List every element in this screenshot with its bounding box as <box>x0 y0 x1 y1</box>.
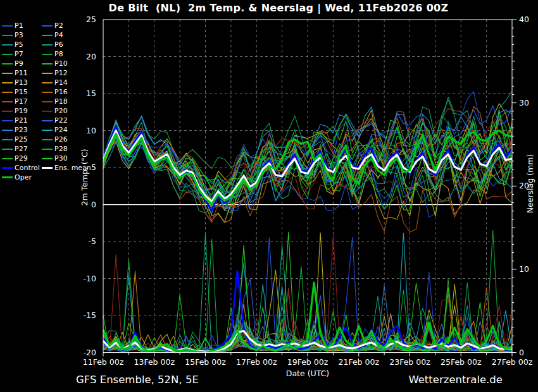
y-right-tick: 0 <box>519 348 524 357</box>
meteogram-page: De Bilt (NL) 2m Temp. & Neerslag | Wed, … <box>0 0 538 392</box>
y-left-tick: 25 <box>68 15 96 24</box>
y-right-tick: 20 <box>519 181 529 190</box>
x-axis-title: Date (UTC) <box>257 369 358 378</box>
y-left-tick: -10 <box>68 274 96 283</box>
y-left-tick: 5 <box>68 163 96 172</box>
y-right-tick: 30 <box>519 99 529 107</box>
y-right-tick: 10 <box>519 265 529 274</box>
x-tick: 25Feb 00z <box>435 358 486 367</box>
y-left-tick: 10 <box>68 126 96 135</box>
x-tick: 15Feb 00z <box>180 358 231 367</box>
x-tick: 11Feb 00z <box>78 358 128 367</box>
x-tick: 19Feb 00z <box>282 358 333 367</box>
x-tick: 23Feb 00z <box>385 358 435 367</box>
y-right-tick: 40 <box>519 15 529 24</box>
y-left-tick: 15 <box>68 89 96 98</box>
footer-model-info: GFS Ensemble, 52N, 5E <box>76 374 199 386</box>
y-left-tick: 20 <box>68 52 96 61</box>
x-tick: 21Feb 00z <box>334 358 384 367</box>
x-tick: 17Feb 00z <box>231 358 282 367</box>
y-left-tick: 0 <box>68 200 96 209</box>
x-tick: 13Feb 00z <box>129 358 180 367</box>
y-left-tick: -20 <box>68 348 96 357</box>
x-tick: 27Feb 00z <box>487 358 537 367</box>
y-left-tick: -5 <box>68 237 96 246</box>
y-left-tick: -15 <box>68 311 96 320</box>
footer-brand: Wetterzentrale.de <box>408 374 503 386</box>
